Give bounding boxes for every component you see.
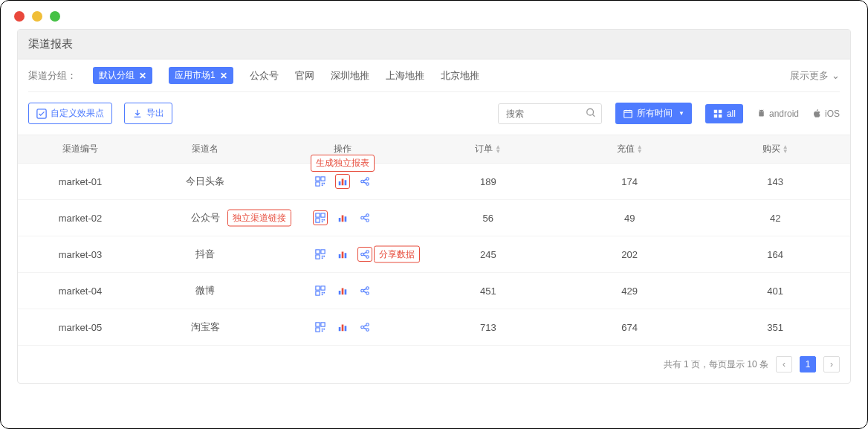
- cell-orders: 245: [418, 236, 559, 273]
- svg-rect-64: [341, 325, 343, 332]
- share-icon[interactable]: [357, 210, 372, 225]
- cell-channel-id: market-04: [18, 273, 143, 309]
- filter-item[interactable]: 北京地推: [441, 69, 479, 83]
- col-recharge[interactable]: 充值: [559, 135, 700, 164]
- page-number[interactable]: 1: [800, 356, 816, 372]
- share-icon[interactable]: [357, 283, 372, 298]
- maximize-window-icon[interactable]: [50, 11, 60, 22]
- show-more-button[interactable]: 展示更多 ⌄: [790, 69, 840, 83]
- svg-rect-28: [341, 216, 343, 222]
- sort-icon: [783, 145, 788, 154]
- qr-code-icon[interactable]: [313, 283, 328, 298]
- filter-tag-default[interactable]: 默认分组 ✕: [93, 67, 152, 84]
- svg-point-18: [366, 178, 369, 181]
- chart-icon[interactable]: [335, 247, 350, 262]
- calendar-icon: [623, 109, 633, 119]
- cell-channel-name: 抖音: [143, 236, 268, 273]
- svg-point-7: [760, 111, 760, 112]
- svg-rect-14: [322, 184, 323, 186]
- filter-item[interactable]: 上海地推: [386, 69, 424, 83]
- svg-rect-49: [323, 292, 325, 294]
- svg-rect-45: [316, 286, 320, 290]
- cell-recharge: 674: [559, 309, 700, 346]
- pagination: 共有 1 页，每页显示 10 条 ‹ 1 ›: [18, 346, 850, 383]
- svg-rect-23: [316, 219, 320, 222]
- callout-share: 分享数据: [374, 246, 420, 263]
- svg-rect-62: [322, 330, 323, 332]
- share-icon[interactable]: [357, 247, 372, 262]
- svg-point-66: [366, 323, 369, 326]
- svg-point-56: [366, 292, 369, 295]
- svg-point-43: [361, 253, 364, 256]
- cell-buy: 164: [700, 236, 850, 273]
- android-filter[interactable]: android: [757, 109, 799, 119]
- svg-rect-13: [323, 183, 325, 184]
- prev-page-button[interactable]: ‹: [776, 356, 792, 372]
- filter-tag-market1[interactable]: 应用市场1 ✕: [169, 67, 233, 84]
- svg-rect-24: [322, 219, 323, 221]
- svg-rect-57: [316, 323, 320, 326]
- next-page-button[interactable]: ›: [823, 356, 840, 372]
- svg-rect-36: [322, 256, 323, 257]
- svg-rect-25: [323, 219, 325, 221]
- svg-rect-12: [322, 183, 323, 184]
- remove-tag-icon[interactable]: ✕: [220, 71, 227, 81]
- ios-filter[interactable]: iOS: [812, 109, 840, 119]
- svg-rect-53: [344, 289, 346, 294]
- cell-actions: [268, 200, 418, 236]
- svg-rect-47: [316, 291, 320, 295]
- remove-tag-icon[interactable]: ✕: [139, 71, 146, 81]
- col-orders[interactable]: 订单: [418, 135, 559, 164]
- close-window-icon[interactable]: [14, 11, 25, 22]
- chart-icon[interactable]: [335, 210, 350, 225]
- cell-channel-name: 公众号独立渠道链接: [143, 200, 268, 236]
- svg-rect-58: [321, 323, 325, 326]
- cell-orders: 189: [418, 164, 559, 200]
- qr-code-icon[interactable]: [313, 247, 328, 262]
- cell-orders: 451: [418, 273, 559, 309]
- svg-rect-3: [714, 109, 717, 112]
- table-row: market-05 淘宝客 713 674 351: [18, 309, 850, 346]
- filter-item[interactable]: 官网: [295, 69, 314, 83]
- col-actions: 操作 生成独立报表: [268, 135, 418, 164]
- custom-effect-button[interactable]: 自定义效果点: [28, 103, 112, 124]
- time-filter-button[interactable]: 所有时间: [615, 103, 692, 124]
- svg-point-1: [587, 109, 594, 115]
- svg-rect-59: [316, 328, 320, 332]
- svg-rect-5: [714, 114, 717, 117]
- chart-icon[interactable]: [335, 174, 350, 189]
- search-input-wrap: [498, 103, 602, 124]
- page-title: 渠道报表: [18, 30, 850, 59]
- svg-rect-22: [321, 213, 325, 217]
- qr-code-icon[interactable]: [313, 174, 328, 189]
- col-channel-id: 渠道编号: [18, 135, 143, 164]
- apple-icon: [812, 109, 822, 118]
- download-icon: [132, 109, 143, 119]
- window-controls: [1, 1, 867, 29]
- svg-rect-9: [316, 177, 320, 181]
- svg-rect-41: [344, 253, 346, 258]
- export-button[interactable]: 导出: [124, 103, 172, 124]
- cell-recharge: 49: [559, 200, 700, 236]
- sort-icon: [495, 145, 501, 154]
- search-icon[interactable]: [586, 107, 596, 120]
- filter-item[interactable]: 深圳地推: [331, 69, 369, 83]
- qr-code-icon[interactable]: [313, 320, 328, 335]
- cell-actions: [268, 309, 418, 346]
- share-icon[interactable]: [357, 320, 372, 335]
- share-icon[interactable]: [357, 174, 372, 189]
- minimize-window-icon[interactable]: [32, 11, 42, 22]
- cell-channel-name: 淘宝客: [143, 309, 268, 346]
- svg-rect-46: [321, 286, 325, 290]
- grid-icon: [713, 109, 723, 119]
- chart-icon[interactable]: [335, 320, 350, 335]
- android-icon: [757, 109, 766, 118]
- svg-rect-51: [339, 291, 341, 294]
- svg-rect-39: [339, 254, 341, 258]
- col-buy[interactable]: 购买: [700, 135, 850, 164]
- all-platforms-button[interactable]: all: [705, 104, 743, 123]
- filter-item[interactable]: 公众号: [250, 69, 279, 83]
- qr-code-icon[interactable]: [313, 210, 328, 225]
- pagination-info: 共有 1 页，每页显示 10 条: [664, 358, 768, 371]
- chart-icon[interactable]: [335, 283, 350, 298]
